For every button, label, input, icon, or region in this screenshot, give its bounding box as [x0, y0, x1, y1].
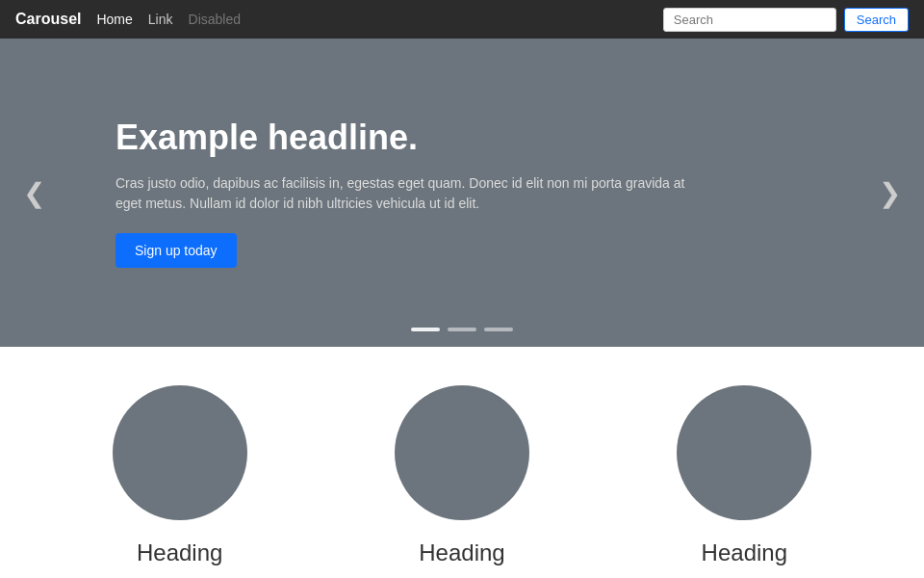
card-2: Heading Duis mollis, est non commodo luc… — [340, 385, 583, 578]
cards-section: Heading Donec sed odio dui. Etiam porta … — [0, 347, 924, 578]
card-3-image — [677, 385, 811, 520]
carousel-content: Example headline. Cras justo odio, dapib… — [0, 118, 828, 268]
card-1: Heading Donec sed odio dui. Etiam porta … — [58, 385, 301, 578]
navbar: Carousel Home Link Disabled Search — [0, 0, 924, 39]
search-input[interactable] — [663, 8, 836, 32]
carousel-dot-2[interactable] — [448, 328, 476, 331]
card-2-image — [395, 385, 529, 520]
carousel-indicators — [411, 328, 513, 331]
carousel-dot-1[interactable] — [411, 328, 440, 331]
nav-link-disabled: Disabled — [189, 12, 241, 27]
card-2-heading: Heading — [340, 539, 583, 566]
card-3-heading: Heading — [623, 539, 866, 566]
search-button[interactable]: Search — [844, 8, 909, 32]
carousel-description: Cras justo odio, dapibus ac facilisis in… — [116, 173, 712, 214]
carousel-next-button[interactable]: ❯ — [871, 170, 909, 217]
carousel-dot-3[interactable] — [484, 328, 513, 331]
nav-link-link[interactable]: Link — [148, 12, 173, 27]
card-1-heading: Heading — [58, 539, 301, 566]
nav-links: Home Link Disabled — [96, 12, 662, 27]
carousel-headline: Example headline. — [116, 118, 712, 158]
card-1-image — [113, 385, 247, 520]
navbar-search: Search — [663, 8, 909, 32]
carousel: ❮ Example headline. Cras justo odio, dap… — [0, 39, 924, 347]
brand-logo: Carousel — [15, 11, 81, 28]
carousel-cta-button[interactable]: Sign up today — [116, 233, 237, 268]
nav-link-home[interactable]: Home — [96, 12, 132, 27]
card-3: Heading Donec sed odio dui. Cras justo o… — [623, 385, 866, 578]
carousel-prev-button[interactable]: ❮ — [15, 170, 53, 217]
